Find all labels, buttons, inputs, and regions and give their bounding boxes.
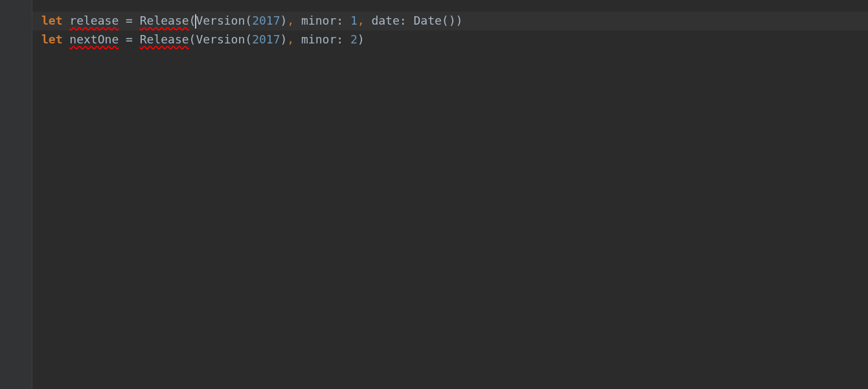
code-editor[interactable]: let release = Release(Version(2017), min… (32, 0, 868, 389)
paren-close: ) (358, 32, 365, 46)
paren-close: ) (456, 14, 463, 27)
number-literal: 2017 (252, 32, 280, 46)
call-version: Version (196, 14, 245, 27)
equals: = (119, 14, 140, 27)
call-release: Release (140, 32, 189, 46)
number-literal: 2017 (252, 14, 280, 27)
variable-nextone: nextOne (69, 32, 119, 46)
call-version: Version (196, 32, 245, 46)
space (294, 32, 301, 46)
space (365, 14, 372, 27)
paren-close: ) (280, 32, 288, 46)
keyword-let: let (41, 32, 63, 46)
paren-open: ( (245, 14, 252, 27)
call-release: Release (140, 14, 189, 27)
param-minor: minor (301, 32, 336, 46)
code-line-1[interactable]: let release = Release(Version(2017), min… (32, 12, 868, 30)
number-literal: 1 (350, 14, 358, 27)
space (294, 14, 301, 27)
param-minor: minor (301, 14, 336, 27)
paren-open: ( (189, 32, 196, 46)
colon: : (336, 14, 350, 27)
number-literal: 2 (350, 32, 358, 46)
paren-close: ) (280, 14, 288, 27)
comma: , (358, 14, 365, 27)
colon: : (336, 32, 350, 46)
call-date: Date (413, 14, 441, 27)
paren-open: ( (442, 14, 449, 27)
comma: , (287, 14, 294, 27)
comma: , (287, 32, 294, 46)
colon: : (400, 14, 414, 27)
paren-open: ( (245, 32, 252, 46)
equals: = (119, 32, 140, 46)
editor-gutter (0, 0, 32, 389)
param-date: date (371, 14, 399, 27)
variable-release: release (69, 14, 119, 27)
paren-close: ) (449, 14, 456, 27)
code-line-2[interactable]: let nextOne = Release(Version(2017), min… (32, 30, 868, 49)
keyword-let: let (41, 14, 63, 27)
text-caret (195, 14, 196, 29)
